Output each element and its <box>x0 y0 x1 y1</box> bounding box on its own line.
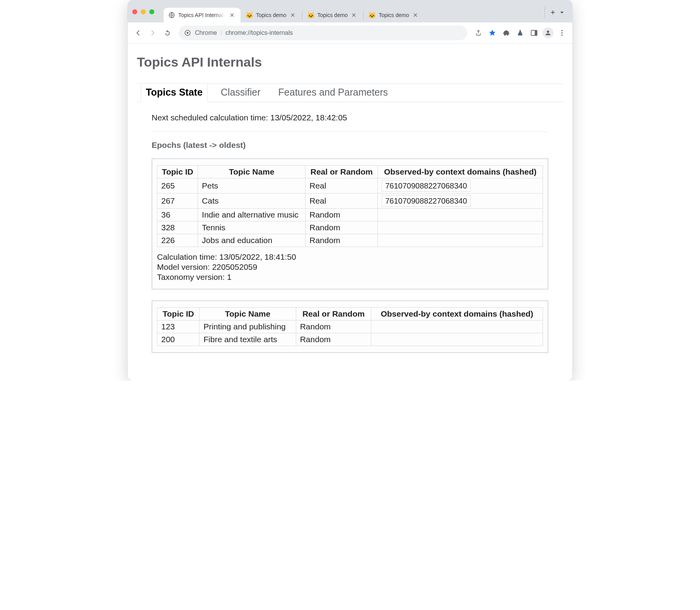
table-cell: Random <box>306 221 378 234</box>
close-icon <box>351 12 357 19</box>
chrome-logo-icon <box>184 29 191 36</box>
table-cell <box>371 333 543 346</box>
table-cell <box>378 209 543 221</box>
toolbar-right <box>472 26 569 39</box>
flask-icon <box>516 29 524 37</box>
table-header: Topic ID <box>157 308 200 320</box>
tab-close-button[interactable] <box>229 12 235 18</box>
forward-button[interactable] <box>146 26 159 39</box>
window-close-button[interactable] <box>132 9 137 14</box>
epoch-block: Topic IDTopic NameReal or RandomObserved… <box>152 300 548 353</box>
browser-tab[interactable]: 🐱Topics demo <box>364 8 424 22</box>
browser-tab[interactable]: 🐱Topics demo <box>303 8 363 22</box>
page-title: Topics API Internals <box>137 55 563 70</box>
table-row: 123Printing and publishingRandom <box>157 320 543 333</box>
browser-tab-label: Topics demo <box>379 12 409 18</box>
star-icon <box>488 29 496 37</box>
labs-button[interactable] <box>514 26 527 39</box>
svg-point-7 <box>561 32 562 33</box>
pane-tabs: Topics StateClassifierFeatures and Param… <box>137 84 563 102</box>
table-cell: Random <box>306 209 378 221</box>
table-cell: Indie and alternative music <box>198 209 306 221</box>
epochs-heading: Epochs (latest -> oldest) <box>152 141 548 150</box>
reload-icon <box>164 29 171 37</box>
table-row: 265PetsReal7610709088227068340 <box>157 178 543 194</box>
table-header: Observed-by context domains (hashed) <box>378 166 543 178</box>
table-cell: Pets <box>198 178 306 194</box>
chevron-down-icon <box>558 9 566 16</box>
bookmark-button[interactable] <box>486 26 499 39</box>
table-cell: Random <box>296 333 371 346</box>
arrow-left-icon <box>134 29 142 37</box>
table-cell: 265 <box>157 178 198 194</box>
topics-table: Topic IDTopic NameReal or RandomObserved… <box>157 165 543 247</box>
side-panel-button[interactable] <box>528 26 541 39</box>
page-viewport: Topics API Internals Topics StateClassif… <box>128 44 572 380</box>
browser-tab[interactable]: Topics API Internals <box>164 8 241 22</box>
table-cell: Random <box>296 320 371 333</box>
close-icon <box>229 12 235 19</box>
cat-icon: 🐱 <box>307 12 314 19</box>
pane-tab[interactable]: Features and Parameters <box>274 84 393 102</box>
share-button[interactable] <box>472 26 485 39</box>
content-pane: Topics StateClassifierFeatures and Param… <box>137 84 563 353</box>
pane-tab[interactable]: Classifier <box>216 84 265 102</box>
tabs-overflow-button[interactable] <box>556 7 568 18</box>
table-cell: Jobs and education <box>198 234 306 247</box>
topics-table: Topic IDTopic NameReal or RandomObserved… <box>157 307 543 346</box>
browser-tabs: Topics API Internals🐱Topics demo🐱Topics … <box>164 8 541 22</box>
table-cell: 267 <box>157 194 198 209</box>
browser-tab-label: Topics demo <box>318 12 348 18</box>
next-calculation: Next scheduled calculation time: 13/05/2… <box>152 113 548 122</box>
tab-close-button[interactable] <box>351 12 357 18</box>
next-calculation-value: 13/05/2022, 18:42:05 <box>270 113 347 122</box>
browser-tab-label: Topics API Internals <box>178 12 226 18</box>
calc-time: Calculation time: 13/05/2022, 18:41:50 <box>157 252 543 262</box>
table-header: Topic Name <box>198 166 306 178</box>
table-cell: 7610709088227068340 <box>378 178 543 194</box>
window-minimize-button[interactable] <box>141 9 146 14</box>
pane-tab[interactable]: Topics State <box>141 83 208 102</box>
new-tab-button[interactable] <box>545 7 556 18</box>
table-cell: Printing and publishing <box>200 320 296 333</box>
table-cell: 328 <box>157 221 198 234</box>
tab-close-button[interactable] <box>290 12 296 18</box>
profile-button[interactable] <box>541 26 555 39</box>
toolbar: Chrome chrome://topics-internals <box>128 22 572 44</box>
table-cell: Cats <box>198 194 306 209</box>
reload-button[interactable] <box>161 26 174 39</box>
next-calculation-label: Next scheduled calculation time: <box>152 113 268 122</box>
browser-tab-label: Topics demo <box>256 12 287 18</box>
close-icon <box>290 12 296 19</box>
svg-point-8 <box>561 34 562 36</box>
omnibox-url: chrome://topics-internals <box>225 29 293 36</box>
table-cell: 36 <box>157 209 198 221</box>
extensions-button[interactable] <box>500 26 513 39</box>
avatar-icon <box>543 27 553 38</box>
table-cell: Real <box>306 178 378 194</box>
pane-body: Next scheduled calculation time: 13/05/2… <box>137 102 563 353</box>
window-maximize-button[interactable] <box>149 9 154 14</box>
globe-icon <box>168 12 175 19</box>
tab-strip: Topics API Internals🐱Topics demo🐱Topics … <box>128 0 572 22</box>
table-cell: 200 <box>157 333 200 346</box>
back-button[interactable] <box>131 26 145 39</box>
browser-tab[interactable]: 🐱Topics demo <box>241 8 301 22</box>
table-row: 200Fibre and textile artsRandom <box>157 333 543 346</box>
svg-rect-5 <box>535 30 537 35</box>
table-row: 267CatsReal7610709088227068340 <box>157 194 543 209</box>
omnibox[interactable]: Chrome chrome://topics-internals <box>179 26 467 40</box>
browser-window: Topics API Internals🐱Topics demo🐱Topics … <box>128 0 572 380</box>
side-panel-icon <box>530 29 538 37</box>
table-row: 328TennisRandom <box>157 221 543 234</box>
puzzle-icon <box>502 29 510 37</box>
table-cell <box>371 320 543 333</box>
table-header: Real or Random <box>296 308 371 320</box>
svg-point-6 <box>561 30 562 31</box>
share-icon <box>475 29 482 36</box>
table-cell: 226 <box>157 234 198 247</box>
tab-close-button[interactable] <box>412 12 418 18</box>
menu-button[interactable] <box>555 26 569 39</box>
table-header: Topic ID <box>157 166 198 178</box>
table-cell: 7610709088227068340 <box>378 194 543 209</box>
